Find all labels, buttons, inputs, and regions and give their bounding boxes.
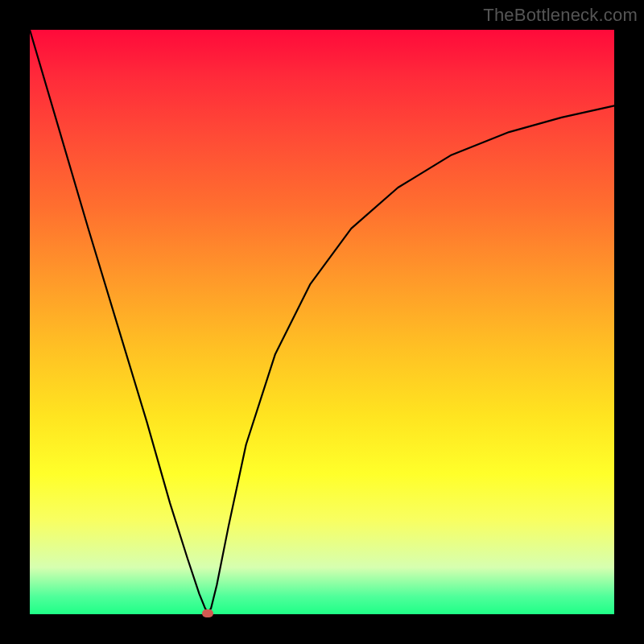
optimum-marker (202, 609, 213, 617)
bottleneck-curve (30, 30, 614, 614)
plot-frame (30, 30, 614, 614)
watermark-text: TheBottleneck.com (483, 5, 638, 26)
